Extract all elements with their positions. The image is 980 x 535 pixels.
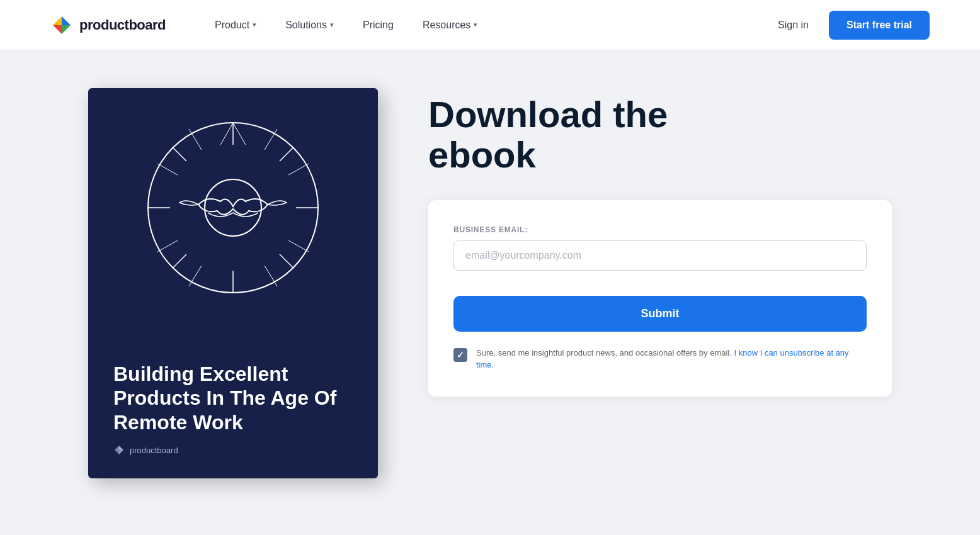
svg-marker-25 — [119, 446, 123, 450]
logo[interactable]: productboard — [50, 14, 166, 37]
consent-text: Sure, send me insightful product news, a… — [476, 347, 867, 371]
svg-line-17 — [157, 164, 178, 175]
svg-line-19 — [157, 240, 178, 252]
svg-marker-27 — [119, 450, 123, 454]
svg-line-20 — [288, 240, 309, 252]
book-brand-icon — [113, 444, 125, 456]
svg-line-14 — [233, 123, 246, 145]
consent-checkbox[interactable]: ✓ — [453, 348, 467, 362]
chevron-down-icon: ▾ — [330, 21, 334, 29]
navbar: productboard Product ▾ Solutions ▾ Prici… — [0, 0, 980, 50]
checkmark-icon: ✓ — [457, 350, 464, 360]
svg-marker-2 — [53, 25, 62, 34]
svg-marker-24 — [115, 446, 119, 450]
logo-icon — [50, 14, 73, 37]
book-illustration — [139, 113, 328, 302]
svg-marker-26 — [115, 450, 119, 454]
svg-marker-0 — [53, 16, 62, 25]
form-area: Download the ebook BUSINESS EMAIL: Submi… — [428, 88, 892, 397]
page-title: Download the ebook — [428, 94, 892, 175]
svg-line-11 — [280, 147, 293, 161]
svg-line-9 — [173, 147, 186, 161]
book-cover: Building Excellent Products In The Age O… — [88, 88, 378, 478]
nav-pricing[interactable]: Pricing — [351, 14, 405, 36]
nav-product[interactable]: Product ▾ — [203, 14, 268, 36]
nav-actions: Sign in Start free trial — [770, 11, 930, 40]
consent-link[interactable]: I know I can unsubscribe at any time. — [476, 348, 849, 370]
svg-line-13 — [220, 123, 233, 145]
book-brand-text: productboard — [130, 446, 178, 455]
svg-line-18 — [288, 164, 309, 175]
email-input[interactable] — [453, 240, 867, 271]
nav-resources[interactable]: Resources ▾ — [411, 14, 489, 36]
chevron-down-icon: ▾ — [474, 21, 477, 29]
svg-marker-1 — [62, 16, 71, 25]
main-content: Building Excellent Products In The Age O… — [0, 50, 980, 535]
book-brand: productboard — [113, 444, 353, 456]
nav-links: Product ▾ Solutions ▾ Pricing Resources … — [203, 14, 770, 36]
sign-in-link[interactable]: Sign in — [770, 14, 816, 36]
svg-line-10 — [280, 254, 293, 268]
email-field-label: BUSINESS EMAIL: — [453, 225, 867, 234]
nav-solutions[interactable]: Solutions ▾ — [274, 14, 345, 36]
form-card: BUSINESS EMAIL: Submit ✓ Sure, send me i… — [428, 200, 892, 397]
chevron-down-icon: ▾ — [253, 21, 256, 29]
start-trial-button[interactable]: Start free trial — [829, 11, 930, 40]
svg-line-12 — [173, 254, 186, 268]
svg-marker-3 — [62, 25, 71, 34]
logo-text: productboard — [79, 17, 166, 33]
book-title: Building Excellent Products In The Age O… — [113, 362, 353, 434]
consent-row: ✓ Sure, send me insightful product news,… — [453, 347, 867, 371]
submit-button[interactable]: Submit — [453, 296, 867, 332]
